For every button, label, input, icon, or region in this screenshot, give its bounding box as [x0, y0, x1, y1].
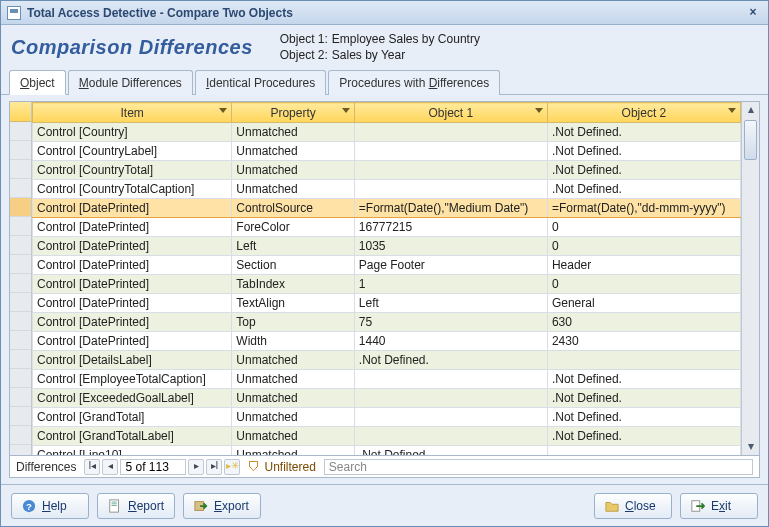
- cell-property[interactable]: Unmatched: [232, 389, 354, 408]
- help-button[interactable]: ? Help: [11, 493, 89, 519]
- cell-property[interactable]: Unmatched: [232, 142, 354, 161]
- cell-item[interactable]: Control [DatePrinted]: [33, 237, 232, 256]
- cell-property[interactable]: Unmatched: [232, 351, 354, 370]
- cell-o1[interactable]: =Format(Date(),"Medium Date"): [354, 199, 547, 218]
- cell-property[interactable]: TabIndex: [232, 275, 354, 294]
- cell-o2[interactable]: .Not Defined.: [547, 389, 740, 408]
- nav-position[interactable]: 5 of 113: [120, 459, 186, 475]
- cell-property[interactable]: TextAlign: [232, 294, 354, 313]
- cell-property[interactable]: Unmatched: [232, 427, 354, 446]
- col-header-object1[interactable]: Object 1: [354, 103, 547, 123]
- nav-first-button[interactable]: I◂: [84, 459, 100, 475]
- cell-o1[interactable]: 16777215: [354, 218, 547, 237]
- tab-object[interactable]: Object: [9, 70, 66, 95]
- cell-item[interactable]: Control [DetailsLabel]: [33, 351, 232, 370]
- cell-item[interactable]: Control [DatePrinted]: [33, 256, 232, 275]
- cell-o2[interactable]: 2430: [547, 332, 740, 351]
- row-selectors[interactable]: [10, 102, 32, 455]
- chevron-down-icon[interactable]: [342, 108, 350, 113]
- cell-property[interactable]: Unmatched: [232, 180, 354, 199]
- table-row[interactable]: Control [DatePrinted]Top75630: [33, 313, 741, 332]
- cell-o2[interactable]: .Not Defined.: [547, 370, 740, 389]
- cell-o1[interactable]: Left: [354, 294, 547, 313]
- cell-o1[interactable]: [354, 180, 547, 199]
- table-row[interactable]: Control [ExceededGoalLabel]Unmatched.Not…: [33, 389, 741, 408]
- table-row[interactable]: Control [CountryLabel]Unmatched.Not Defi…: [33, 142, 741, 161]
- table-row[interactable]: Control [EmployeeTotalCaption]Unmatched.…: [33, 370, 741, 389]
- cell-item[interactable]: Control [CountryTotalCaption]: [33, 180, 232, 199]
- table-row[interactable]: Control [DatePrinted]ForeColor167772150: [33, 218, 741, 237]
- report-button[interactable]: Report: [97, 493, 175, 519]
- table-row[interactable]: Control [Country]Unmatched.Not Defined.: [33, 123, 741, 142]
- scroll-up-icon[interactable]: ▴: [742, 102, 759, 118]
- cell-property[interactable]: Left: [232, 237, 354, 256]
- cell-item[interactable]: Control [DatePrinted]: [33, 199, 232, 218]
- cell-item[interactable]: Control [DatePrinted]: [33, 313, 232, 332]
- cell-o2[interactable]: 0: [547, 275, 740, 294]
- table-row[interactable]: Control [CountryTotal]Unmatched.Not Defi…: [33, 161, 741, 180]
- cell-item[interactable]: Control [Line10]: [33, 446, 232, 456]
- nav-prev-button[interactable]: ◂: [102, 459, 118, 475]
- cell-o1[interactable]: 75: [354, 313, 547, 332]
- tab-module-differences[interactable]: Module Differences: [68, 70, 193, 95]
- cell-o2[interactable]: General: [547, 294, 740, 313]
- cell-property[interactable]: Width: [232, 332, 354, 351]
- close-icon[interactable]: ×: [744, 5, 762, 21]
- cell-o1[interactable]: .Not Defined.: [354, 351, 547, 370]
- table-row[interactable]: Control [DatePrinted]SectionPage FooterH…: [33, 256, 741, 275]
- cell-property[interactable]: Unmatched: [232, 123, 354, 142]
- data-grid[interactable]: Item Property Object 1 Object 2 Control …: [32, 102, 741, 455]
- close-button[interactable]: Close: [594, 493, 672, 519]
- cell-property[interactable]: ControlSource: [232, 199, 354, 218]
- cell-o1[interactable]: [354, 389, 547, 408]
- cell-o1[interactable]: [354, 408, 547, 427]
- cell-o1[interactable]: [354, 427, 547, 446]
- col-header-property[interactable]: Property: [232, 103, 354, 123]
- cell-o2[interactable]: .Not Defined.: [547, 180, 740, 199]
- exit-button[interactable]: Exit: [680, 493, 758, 519]
- cell-item[interactable]: Control [DatePrinted]: [33, 332, 232, 351]
- cell-o1[interactable]: 1440: [354, 332, 547, 351]
- cell-item[interactable]: Control [DatePrinted]: [33, 218, 232, 237]
- cell-property[interactable]: Unmatched: [232, 370, 354, 389]
- cell-item[interactable]: Control [DatePrinted]: [33, 294, 232, 313]
- cell-property[interactable]: Top: [232, 313, 354, 332]
- cell-o1[interactable]: [354, 161, 547, 180]
- table-row[interactable]: Control [DatePrinted]Width14402430: [33, 332, 741, 351]
- filter-status[interactable]: ⛉ Unfiltered: [248, 460, 315, 474]
- cell-o2[interactable]: 0: [547, 237, 740, 256]
- cell-o1[interactable]: [354, 142, 547, 161]
- cell-property[interactable]: Section: [232, 256, 354, 275]
- table-row[interactable]: Control [GrandTotal]Unmatched.Not Define…: [33, 408, 741, 427]
- scroll-thumb[interactable]: [744, 120, 757, 160]
- nav-next-button[interactable]: ▸: [188, 459, 204, 475]
- vertical-scrollbar[interactable]: ▴ ▾: [741, 102, 759, 455]
- table-row[interactable]: Control [DetailsLabel]Unmatched.Not Defi…: [33, 351, 741, 370]
- tab-identical-procedures[interactable]: Identical Procedures: [195, 70, 326, 95]
- chevron-down-icon[interactable]: [535, 108, 543, 113]
- cell-o2[interactable]: [547, 351, 740, 370]
- col-header-item[interactable]: Item: [33, 103, 232, 123]
- col-header-object2[interactable]: Object 2: [547, 103, 740, 123]
- cell-property[interactable]: Unmatched: [232, 161, 354, 180]
- cell-item[interactable]: Control [EmployeeTotalCaption]: [33, 370, 232, 389]
- table-row[interactable]: Control [DatePrinted]ControlSource=Forma…: [33, 199, 741, 218]
- cell-o1[interactable]: .Not Defined.: [354, 446, 547, 456]
- cell-o2[interactable]: =Format(Date(),"dd-mmm-yyyy"): [547, 199, 740, 218]
- table-row[interactable]: Control [CountryTotalCaption]Unmatched.N…: [33, 180, 741, 199]
- chevron-down-icon[interactable]: [728, 108, 736, 113]
- cell-item[interactable]: Control [ExceededGoalLabel]: [33, 389, 232, 408]
- cell-o1[interactable]: 1035: [354, 237, 547, 256]
- tab-procedures-with-differences[interactable]: Procedures with Differences: [328, 70, 500, 95]
- cell-item[interactable]: Control [CountryLabel]: [33, 142, 232, 161]
- cell-o2[interactable]: .Not Defined.: [547, 408, 740, 427]
- export-button[interactable]: Export: [183, 493, 261, 519]
- cell-o2[interactable]: [547, 446, 740, 456]
- cell-item[interactable]: Control [CountryTotal]: [33, 161, 232, 180]
- cell-item[interactable]: Control [Country]: [33, 123, 232, 142]
- cell-property[interactable]: Unmatched: [232, 446, 354, 456]
- cell-property[interactable]: ForeColor: [232, 218, 354, 237]
- cell-o1[interactable]: Page Footer: [354, 256, 547, 275]
- table-row[interactable]: Control [DatePrinted]Left10350: [33, 237, 741, 256]
- nav-last-button[interactable]: ▸I: [206, 459, 222, 475]
